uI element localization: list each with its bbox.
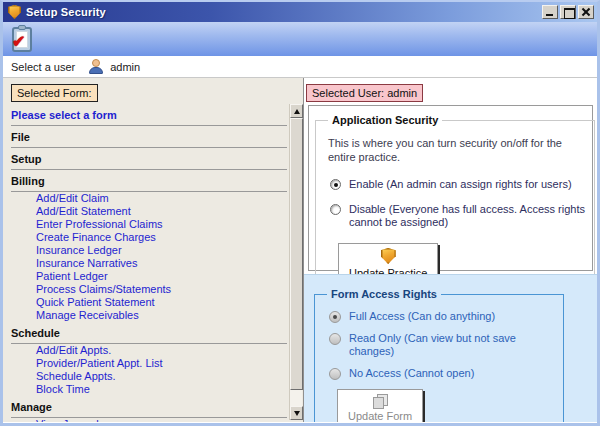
radio-option[interactable]: Full Access (Can do anything) [329,310,555,323]
form-section-header: Setup [11,152,287,170]
form-section-header: File [11,130,287,148]
person-icon[interactable] [89,59,103,74]
form-selection-panel: Selected Form: Please select a form File… [3,78,304,422]
close-button[interactable] [578,5,594,19]
application-security-options: Enable (An admin can assign rights for u… [324,178,586,229]
scroll-up-icon[interactable] [290,104,303,118]
titlebar: Setup Security [3,2,597,22]
form-link[interactable]: Block Time [11,383,287,396]
main-content: Selected Form: Please select a form File… [3,78,597,422]
minimize-button[interactable] [542,5,558,19]
radio-button[interactable] [329,368,341,380]
form-link[interactable]: Add/Edit Appts. [11,344,287,357]
form-list-prompt: Please select a form [11,108,287,126]
shield-icon [381,248,396,264]
form-access-area: Form Access Rights Full Access (Can do a… [304,274,597,422]
application-security-groupbox: Application Security This is where you c… [315,114,595,296]
radio-button[interactable] [330,179,341,190]
red-check-glyph: ✔ [12,34,25,50]
person-body [89,67,103,74]
maximize-button[interactable] [560,5,576,19]
update-form-button[interactable]: Update Form [337,389,423,422]
form-link[interactable]: Process Claims/Statements [11,283,287,296]
form-link[interactable]: Enter Professional Claims [11,218,287,231]
form-section-header: Manage [11,400,287,418]
form-link[interactable]: Manage Receivables [11,309,287,322]
window-title: Setup Security [26,6,542,18]
scrollbar-thumb[interactable] [290,118,303,390]
form-list: Please select a form FileSetupBillingAdd… [11,108,287,422]
form-link[interactable]: Schedule Appts. [11,370,287,383]
form-link[interactable]: View Journal [11,418,287,422]
radio-label: Read Only (Can view but not save changes… [349,332,555,358]
form-link[interactable]: Insurance Ledger [11,244,287,257]
copy-icon [373,394,387,407]
form-link[interactable]: Insurance Narratives [11,257,287,270]
radio-option[interactable]: No Access (Cannot open) [329,367,555,380]
clipboard-clip [18,25,26,30]
form-link[interactable]: Create Finance Charges [11,231,287,244]
person-head [92,59,100,67]
form-access-rights-groupbox: Form Access Rights Full Access (Can do a… [314,288,564,422]
selected-user-row: Selected User: admin [304,78,597,102]
application-security-title: Application Security [328,114,442,126]
radio-option[interactable]: Disable (Everyone has full access. Acces… [330,203,586,229]
radio-option[interactable]: Read Only (Can view but not save changes… [329,332,555,358]
selected-user-name[interactable]: admin [110,61,140,73]
radio-button[interactable] [330,204,341,215]
form-link[interactable]: Provider/Patient Appt. List [11,357,287,370]
form-access-options: Full Access (Can do anything)Read Only (… [323,310,555,380]
radio-button[interactable] [329,333,341,345]
radio-option[interactable]: Enable (An admin can assign rights for u… [330,178,586,191]
form-section-header: Billing [11,174,287,192]
select-user-label: Select a user [11,61,75,73]
form-link[interactable]: Add/Edit Statement [11,205,287,218]
form-access-rights-title: Form Access Rights [327,288,441,300]
window-controls [542,5,594,19]
form-link[interactable]: Add/Edit Claim [11,192,287,205]
setup-security-window: Setup Security ✔ Select a user admin Sel… [0,0,600,426]
radio-label: No Access (Cannot open) [349,367,474,380]
update-form-label: Update Form [348,410,412,422]
form-link[interactable]: Quick Patient Statement [11,296,287,309]
shield-icon [8,5,21,19]
security-settings-panel: Selected User: admin Application Securit… [304,78,597,422]
application-security-panel: Application Security This is where you c… [308,105,593,271]
radio-label: Disable (Everyone has full access. Acces… [349,203,586,229]
toolbar: ✔ [3,22,597,56]
selected-form-label: Selected Form: [11,84,98,102]
selected-user-label: Selected User: admin [306,84,423,102]
radio-label: Full Access (Can do anything) [349,310,495,323]
form-section-header: Schedule [11,326,287,344]
radio-button[interactable] [329,311,341,323]
application-security-description: This is where you can turn security on/o… [328,136,586,164]
user-bar: Select a user admin [3,56,597,78]
clipboard-check-icon[interactable]: ✔ [11,25,35,53]
scrollbar[interactable] [289,104,302,420]
radio-label: Enable (An admin can assign rights for u… [349,178,572,191]
scroll-down-icon[interactable] [290,406,303,420]
form-link[interactable]: Patient Ledger [11,270,287,283]
